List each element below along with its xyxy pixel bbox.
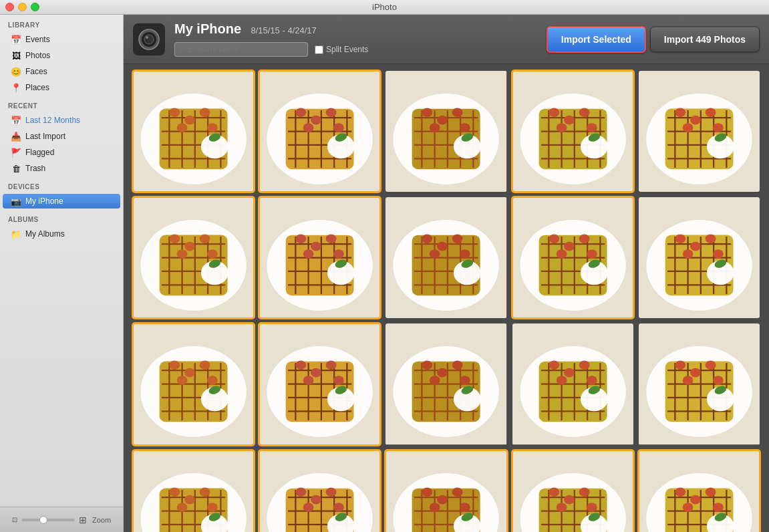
- svg-point-39: [333, 123, 344, 132]
- svg-point-132: [326, 235, 337, 244]
- faces-icon: 😊: [11, 66, 21, 77]
- photo-cell[interactable]: [639, 323, 760, 444]
- svg-point-131: [311, 242, 321, 251]
- svg-point-228: [303, 376, 314, 386]
- svg-point-74: [564, 116, 575, 125]
- svg-point-95: [682, 123, 693, 132]
- svg-point-225: [296, 361, 307, 370]
- photo-grid: [133, 71, 760, 532]
- photo-cell[interactable]: [639, 71, 760, 192]
- import-all-button[interactable]: Import 449 Photos: [650, 27, 760, 52]
- import-header: My iPhone 8/15/15 - 4/24/17 Split Events…: [124, 15, 769, 64]
- library-section-label: LIBRARY: [0, 15, 123, 31]
- svg-point-321: [311, 495, 321, 504]
- sidebar-item-photos[interactable]: 🖼 Photos: [3, 48, 120, 63]
- svg-point-264: [564, 368, 575, 378]
- sidebar-item-label: Flagged: [25, 148, 54, 157]
- photo-cell[interactable]: [259, 450, 380, 532]
- sidebar-item-events[interactable]: 📅 Events: [3, 32, 120, 47]
- svg-point-304: [177, 503, 188, 512]
- photo-cell[interactable]: [259, 71, 380, 192]
- sidebar-item-label: Last 12 Months: [25, 116, 80, 125]
- recent-section-label: RECENT: [0, 96, 123, 112]
- photo-cell[interactable]: [512, 323, 633, 444]
- photo-cell[interactable]: [639, 197, 760, 318]
- svg-point-20: [207, 123, 218, 132]
- photo-cell[interactable]: [133, 323, 254, 444]
- sidebar-item-myiphone[interactable]: 📷 My iPhone: [3, 194, 120, 209]
- photo-cell[interactable]: [386, 197, 506, 318]
- svg-point-265: [579, 361, 589, 370]
- import-selected-button[interactable]: Import Selected: [547, 26, 646, 53]
- sidebar-item-last12months[interactable]: 📅 Last 12 Months: [3, 113, 120, 128]
- split-events-checkbox[interactable]: [315, 45, 323, 54]
- svg-point-282: [675, 361, 685, 370]
- svg-point-151: [452, 235, 463, 244]
- event-name-input[interactable]: [174, 42, 308, 57]
- sidebar-item-lastimport[interactable]: 📥 Last Import: [3, 129, 120, 144]
- titlebar: iPhoto: [0, 0, 769, 15]
- app-body: LIBRARY 📅 Events 🖼 Photos 😊 Faces 📍 Plac…: [0, 15, 769, 532]
- svg-point-92: [675, 108, 685, 117]
- albums-icon: 📁: [11, 229, 21, 239]
- svg-point-208: [200, 361, 210, 370]
- photo-cell[interactable]: [386, 450, 506, 532]
- svg-point-191: [713, 249, 724, 259]
- photo-cell[interactable]: [639, 450, 760, 532]
- close-button[interactable]: [5, 3, 14, 11]
- photo-cell[interactable]: [386, 71, 506, 192]
- photo-cell[interactable]: [512, 197, 633, 318]
- svg-point-55: [437, 116, 448, 125]
- sidebar-item-myalbums[interactable]: 📁 My Albums: [3, 227, 120, 241]
- split-events-label: Split Events: [326, 45, 368, 54]
- svg-point-209: [177, 376, 188, 386]
- svg-point-187: [675, 235, 685, 244]
- svg-point-284: [705, 361, 716, 370]
- svg-point-206: [169, 361, 180, 370]
- photo-cell[interactable]: [386, 323, 506, 444]
- svg-point-113: [200, 235, 210, 244]
- minimize-button[interactable]: [18, 3, 27, 11]
- svg-point-301: [169, 487, 180, 497]
- sidebar-item-faces[interactable]: 😊 Faces: [3, 64, 120, 79]
- photo-grid-wrapper[interactable]: [124, 64, 769, 532]
- svg-point-57: [430, 123, 440, 132]
- titlebar-buttons: [5, 3, 39, 11]
- zoom-slider[interactable]: [21, 519, 75, 521]
- svg-point-38: [303, 123, 314, 132]
- lastimport-icon: 📥: [11, 131, 21, 142]
- events-icon: 📅: [11, 34, 21, 45]
- svg-point-285: [682, 376, 693, 386]
- photo-cell[interactable]: [512, 71, 633, 192]
- photo-cell[interactable]: [133, 197, 254, 318]
- sidebar-item-flagged[interactable]: 🚩 Flagged: [3, 145, 120, 160]
- svg-point-190: [682, 249, 693, 259]
- photo-cell[interactable]: [512, 450, 633, 532]
- photo-cell[interactable]: [133, 450, 254, 532]
- svg-point-112: [184, 242, 195, 251]
- svg-point-76: [556, 123, 567, 132]
- devices-section-label: DEVICES: [0, 176, 123, 193]
- svg-point-267: [587, 376, 597, 386]
- svg-point-2: [144, 35, 154, 44]
- svg-point-245: [437, 368, 448, 378]
- sidebar-item-label: Places: [25, 83, 49, 92]
- svg-point-226: [311, 368, 321, 378]
- sidebar-item-label: My Albums: [25, 229, 65, 239]
- svg-point-169: [564, 242, 575, 251]
- photo-cell[interactable]: [133, 71, 254, 192]
- photo-cell[interactable]: [259, 323, 380, 444]
- photo-cell[interactable]: [259, 197, 380, 318]
- maximize-button[interactable]: [31, 3, 39, 11]
- svg-point-133: [303, 249, 314, 259]
- svg-point-320: [296, 487, 307, 497]
- sidebar-item-places[interactable]: 📍 Places: [3, 80, 120, 95]
- svg-point-246: [452, 361, 463, 370]
- svg-point-381: [713, 503, 724, 512]
- app-title: iPhoto: [372, 2, 397, 12]
- svg-point-303: [200, 487, 210, 497]
- sidebar-item-label: Photos: [25, 51, 50, 60]
- svg-point-153: [460, 249, 470, 259]
- sidebar-item-trash[interactable]: 🗑 Trash: [3, 161, 120, 176]
- zoom-small-icon: ⊡: [12, 516, 17, 523]
